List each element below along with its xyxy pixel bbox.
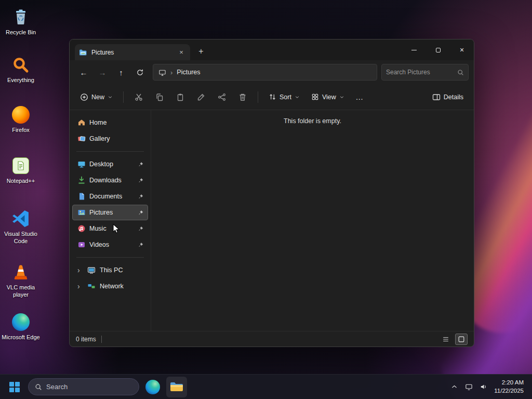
this-pc-icon <box>87 266 96 274</box>
taskbar: 2:20 AM 11/22/2025 <box>0 374 532 399</box>
window-controls: × <box>402 39 474 60</box>
window-body: Home Gallery Desktop Downloads <box>70 110 474 331</box>
sidebar-item-gallery[interactable]: Gallery <box>72 131 148 147</box>
navigation-bar: ← → ↑ › Pictures <box>70 60 474 84</box>
folder-content-area[interactable]: This folder is empty. <box>151 110 474 331</box>
back-button[interactable]: ← <box>75 64 92 81</box>
desktop-icon-label: Microsoft Edge <box>2 334 39 341</box>
sidebar-item-label: Music <box>89 225 107 232</box>
sidebar-item-label: Home <box>89 119 107 126</box>
expand-chevron-icon[interactable]: › <box>77 283 80 290</box>
sidebar-item-pictures[interactable]: Pictures <box>72 205 148 220</box>
chevron-down-icon <box>295 95 300 100</box>
clock-time: 2:20 AM <box>494 379 524 387</box>
desktop-icon-notepadpp[interactable]: Notepad++ <box>1 156 41 185</box>
sort-button[interactable]: Sort <box>263 88 305 106</box>
breadcrumb-location[interactable]: Pictures <box>177 69 200 76</box>
music-folder-icon <box>77 224 86 233</box>
minimize-icon <box>411 50 417 50</box>
address-bar[interactable]: › Pictures <box>153 64 377 81</box>
sidebar-item-downloads[interactable]: Downloads <box>72 172 148 188</box>
share-button[interactable] <box>212 88 232 106</box>
taskbar-search-box[interactable] <box>28 378 139 395</box>
network-icon <box>87 282 96 290</box>
sidebar-item-this-pc[interactable]: › This PC <box>72 262 148 278</box>
taskbar-search-input[interactable] <box>46 383 132 391</box>
sort-icon <box>269 93 276 101</box>
up-button[interactable]: ↑ <box>112 64 130 81</box>
forward-button[interactable]: → <box>94 64 111 81</box>
tray-overflow-chevron[interactable] <box>447 377 461 397</box>
delete-button[interactable] <box>233 88 252 106</box>
everything-icon <box>11 55 31 75</box>
pin-icon <box>138 242 143 248</box>
speaker-icon <box>480 383 487 391</box>
tray-volume-button[interactable] <box>476 377 490 397</box>
sidebar-item-videos[interactable]: Videos <box>72 237 148 252</box>
new-button[interactable]: New <box>75 88 118 106</box>
sidebar-item-documents[interactable]: Documents <box>72 189 148 204</box>
maximize-icon <box>436 48 441 52</box>
taskbar-edge-button[interactable] <box>142 377 163 397</box>
recycle-bin-icon <box>11 7 31 27</box>
new-plus-icon <box>80 93 88 101</box>
desktop-icon-edge[interactable]: Microsoft Edge <box>1 312 41 341</box>
notepadpp-icon <box>11 156 31 176</box>
taskbar-file-explorer-button[interactable] <box>166 377 187 397</box>
large-icons-view-toggle[interactable] <box>455 334 468 345</box>
pictures-folder-icon <box>79 48 87 57</box>
new-tab-button[interactable]: + <box>193 44 209 59</box>
tab-title: Pictures <box>91 49 172 56</box>
share-icon <box>218 93 226 101</box>
details-button-label: Details <box>444 94 463 101</box>
vscode-icon <box>11 209 31 229</box>
vlc-icon <box>11 262 31 282</box>
explorer-search-input[interactable] <box>386 69 454 76</box>
edge-icon <box>11 312 31 332</box>
toolbar-divider <box>123 91 124 103</box>
maximize-button[interactable] <box>426 39 450 60</box>
rename-button[interactable] <box>191 88 211 106</box>
start-button[interactable] <box>4 377 25 397</box>
tray-network-button[interactable] <box>462 377 475 397</box>
sidebar-item-network[interactable]: › Network <box>72 278 148 294</box>
view-button[interactable]: View <box>306 88 350 106</box>
file-explorer-icon <box>169 380 184 394</box>
details-pane-icon <box>432 93 441 101</box>
explorer-search-box[interactable] <box>381 64 469 81</box>
tab-pictures[interactable]: Pictures × <box>75 44 190 60</box>
tab-close-button[interactable]: × <box>177 48 186 57</box>
close-button[interactable]: × <box>450 39 474 60</box>
toolbar-divider <box>258 91 258 103</box>
desktop-icon-vlc[interactable]: VLC media player <box>1 262 41 299</box>
cut-icon <box>135 93 143 101</box>
downloads-folder-icon <box>77 176 86 184</box>
sidebar-item-label: Network <box>100 283 124 290</box>
details-button[interactable]: Details <box>427 88 469 106</box>
expand-chevron-icon[interactable]: › <box>77 267 80 274</box>
copy-button[interactable] <box>150 88 169 106</box>
sidebar-item-music[interactable]: Music <box>72 221 148 236</box>
desktop-icon-label: Everything <box>7 77 34 84</box>
thumbnail-view-icon <box>458 336 465 343</box>
refresh-button[interactable] <box>131 64 149 81</box>
desktop-icon-everything[interactable]: Everything <box>1 55 41 84</box>
desktop-icon-vscode[interactable]: Visual Studio Code <box>1 209 41 245</box>
sidebar-item-label: Documents <box>89 193 122 200</box>
file-explorer-window: Pictures × + × ← → ↑ › Pictures <box>69 39 474 347</box>
desktop-icon-recycle-bin[interactable]: Recycle Bin <box>1 7 41 36</box>
delete-icon <box>238 93 247 101</box>
taskbar-clock[interactable]: 2:20 AM 11/22/2025 <box>491 379 528 395</box>
desktop-icon-firefox[interactable]: Firefox <box>1 105 41 134</box>
minimize-button[interactable] <box>402 39 426 60</box>
paste-button[interactable] <box>170 88 190 106</box>
sidebar-item-home[interactable]: Home <box>72 115 148 130</box>
desktop-screen: Recycle Bin Everything Firefox Notepad++… <box>0 0 532 399</box>
breadcrumb-separator: › <box>170 69 172 76</box>
cut-button[interactable] <box>129 88 149 106</box>
details-view-toggle[interactable] <box>440 334 452 345</box>
search-icon <box>35 383 42 391</box>
sidebar-item-desktop[interactable]: Desktop <box>72 156 148 172</box>
see-more-button[interactable]: … <box>351 88 368 106</box>
sidebar-item-label: Videos <box>89 241 109 248</box>
